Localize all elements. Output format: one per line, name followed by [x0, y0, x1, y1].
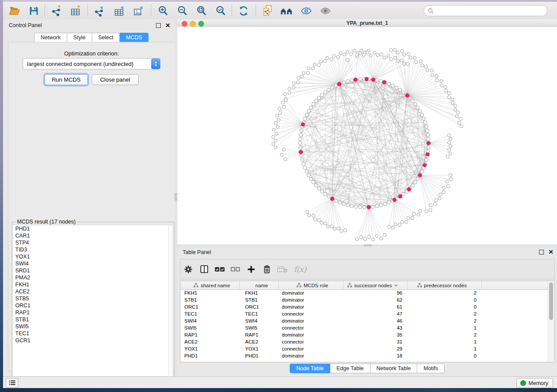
show-columns-icon[interactable] [196, 261, 212, 277]
zoom-selected-icon[interactable] [213, 4, 228, 17]
cell-shared-name[interactable]: FKH1 [180, 289, 240, 296]
export-table-icon[interactable] [111, 4, 127, 17]
cell-shared-name[interactable]: PHD1 [180, 352, 240, 359]
close-panel-icon[interactable]: ✕ [548, 250, 554, 254]
add-column-icon[interactable] [243, 261, 259, 277]
optimization-criterion-select[interactable]: largest connected component (undirected)… [23, 58, 160, 69]
refresh-view-icon[interactable] [235, 4, 251, 17]
cell-shared-name[interactable]: SWI5 [180, 324, 240, 331]
task-history-list-icon[interactable] [6, 378, 18, 388]
table-row[interactable]: RAP1RAP1dominator352 [180, 331, 548, 338]
cell-name[interactable]: SWI5 [240, 324, 279, 331]
table-row[interactable]: SWI4SWI4dominator462 [180, 317, 548, 324]
cell-successor-nodes[interactable]: 29 [343, 345, 408, 352]
cell-predecessor-nodes[interactable]: 1 [408, 338, 482, 345]
mcds-list-scrollbar[interactable] [168, 225, 173, 386]
table-row[interactable]: SWI5SWI5connector431 [180, 324, 548, 331]
export-network-icon[interactable] [91, 4, 107, 17]
cell-name[interactable]: STB1 [240, 296, 279, 303]
mcds-result-item[interactable]: TID3 [13, 246, 173, 253]
cell-mcds-role[interactable]: connector [279, 324, 343, 331]
cell-successor-nodes[interactable]: 62 [343, 296, 408, 303]
cell-mcds-role[interactable]: dominator [279, 303, 343, 310]
cell-predecessor-nodes[interactable]: 0 [408, 303, 482, 310]
mcds-result-item[interactable]: FKH1 [13, 281, 173, 288]
close-panel-icon[interactable]: ✕ [165, 24, 170, 28]
tab-style[interactable]: Style [67, 33, 92, 42]
mcds-result-item[interactable]: STB5 [13, 295, 173, 302]
cell-predecessor-nodes[interactable]: 2 [408, 331, 482, 338]
table-row[interactable]: STB1STB1dominator620 [180, 296, 548, 303]
mcds-result-item[interactable]: SWI5 [13, 323, 173, 330]
zoom-in-icon[interactable] [155, 4, 171, 17]
zoom-out-icon[interactable] [174, 4, 190, 17]
cell-predecessor-nodes[interactable]: 1 [408, 324, 482, 331]
table-row[interactable]: FKH1FKH1dominator962 [180, 289, 548, 296]
cell-name[interactable]: SWI4 [240, 317, 279, 324]
mcds-result-item[interactable]: STB1 [13, 316, 173, 323]
import-network-icon[interactable] [48, 4, 64, 17]
import-table-icon[interactable] [68, 4, 83, 17]
mcds-result-item[interactable]: GCR1 [13, 337, 173, 344]
show-all-icon[interactable] [318, 4, 333, 17]
network-window-titlebar[interactable]: YPA_prune.txt_1 [177, 19, 557, 28]
mcds-result-item[interactable]: SRD1 [13, 267, 173, 274]
table-row[interactable]: PHD1PHD1dominator180 [180, 352, 548, 359]
mcds-result-item[interactable]: RAP1 [13, 309, 173, 316]
tab-node-table[interactable]: Node Table [290, 364, 330, 373]
deselect-all-icon[interactable] [228, 261, 243, 277]
tab-select[interactable]: Select [92, 33, 120, 42]
tab-motifs[interactable]: Motifs [417, 364, 444, 373]
export-image-icon[interactable] [131, 4, 146, 17]
column-header-mcds-role[interactable]: MCDS role [279, 281, 343, 289]
cell-mcds-role[interactable]: connector [279, 310, 343, 317]
mcds-result-item[interactable]: STP4 [13, 239, 173, 246]
table-settings-gear-icon[interactable] [180, 261, 196, 277]
cell-name[interactable]: TEC1 [240, 310, 279, 317]
save-session-icon[interactable] [26, 4, 42, 17]
cell-shared-name[interactable]: ORC1 [180, 303, 240, 310]
cell-predecessor-nodes[interactable]: 0 [408, 352, 482, 359]
table-body[interactable]: FKH1FKH1dominator962STB1STB1dominator620… [180, 289, 548, 362]
network-canvas[interactable] [177, 27, 557, 244]
tab-network-table[interactable]: Network Table [370, 364, 418, 373]
first-neighbors-icon[interactable] [279, 4, 295, 17]
cell-predecessor-nodes[interactable]: 2 [408, 310, 482, 317]
cell-name[interactable]: PHD1 [240, 352, 279, 359]
cell-name[interactable]: ACE2 [240, 338, 279, 345]
mcds-result-item[interactable]: PHD1 [13, 225, 173, 232]
cell-shared-name[interactable]: ACE2 [180, 338, 240, 345]
cell-shared-name[interactable]: RAP1 [180, 331, 240, 338]
cell-mcds-role[interactable]: dominator [279, 317, 343, 324]
cell-successor-nodes[interactable]: 18 [343, 352, 408, 359]
cell-name[interactable]: FKH1 [240, 289, 279, 296]
cell-successor-nodes[interactable]: 47 [343, 310, 408, 317]
mcds-result-item[interactable]: ORC1 [13, 302, 173, 309]
column-header-shared-name[interactable]: shared name [180, 281, 240, 289]
float-panel-icon[interactable] [539, 250, 544, 254]
cell-shared-name[interactable]: SWI4 [180, 317, 240, 324]
mcds-result-item[interactable]: CAR1 [13, 232, 173, 239]
cell-successor-nodes[interactable]: 61 [343, 303, 408, 310]
memory-button[interactable]: Memory [516, 378, 553, 388]
cell-successor-nodes[interactable]: 31 [343, 338, 408, 345]
window-zoom-icon[interactable] [198, 21, 204, 27]
cell-predecessor-nodes[interactable]: 2 [408, 289, 482, 296]
column-header-successor-nodes[interactable]: successor nodes [343, 281, 408, 289]
cell-mcds-role[interactable]: dominator [279, 289, 343, 296]
mcds-result-item[interactable]: YOX1 [13, 253, 173, 260]
column-header-predecessor-nodes[interactable]: predecessor nodes [408, 281, 482, 289]
cell-predecessor-nodes[interactable]: 2 [408, 317, 482, 324]
table-row[interactable]: YOX1YOX1connector291 [180, 345, 548, 352]
table-vertical-scrollbar[interactable] [548, 281, 554, 362]
close-panel-button[interactable]: Close panel [92, 74, 138, 85]
cell-name[interactable]: YOX1 [240, 345, 279, 352]
tab-network[interactable]: Network [34, 33, 67, 42]
cell-mcds-role[interactable]: connector [279, 345, 343, 352]
cell-shared-name[interactable]: STB1 [180, 296, 240, 303]
scrollbar-thumb[interactable] [549, 282, 553, 320]
cell-name[interactable]: ORC1 [240, 303, 279, 310]
cell-mcds-role[interactable]: connector [279, 338, 343, 345]
cell-predecessor-nodes[interactable]: 0 [408, 296, 482, 303]
open-file-icon[interactable] [7, 4, 22, 17]
